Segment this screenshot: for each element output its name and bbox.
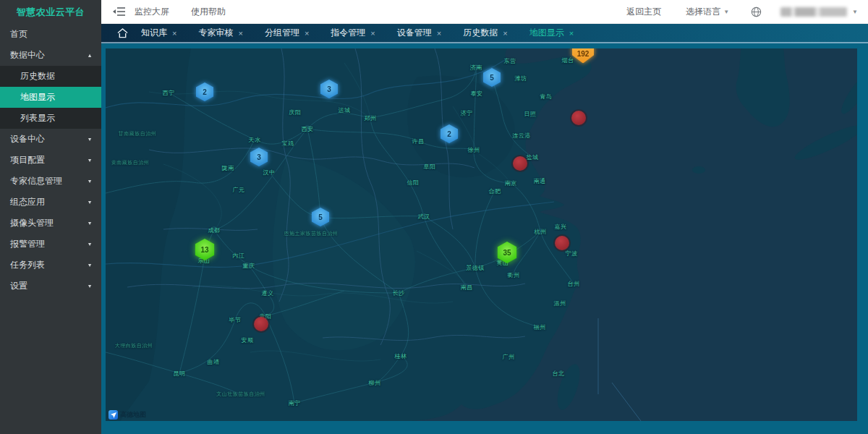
marker-cluster-blue[interactable]: 3 [250, 148, 268, 166]
chevron-down-icon: ▼ [87, 220, 92, 226]
marker-point-red[interactable] [555, 236, 569, 250]
chevron-down-icon: ▼ [87, 136, 92, 142]
header-left-menu: 监控大屏使用帮助 [135, 6, 247, 18]
tab-label: 指令管理 [331, 27, 365, 39]
marker-point-red[interactable] [571, 111, 586, 125]
map-city-label: 西宁 [163, 89, 175, 97]
chevron-down-icon: ▼ [87, 199, 92, 205]
map-city-label: 嘉兴 [555, 223, 567, 231]
sidebar-item-label: 任务列表 [10, 259, 87, 271]
map-city-label: 济南 [470, 64, 482, 72]
map-city-label: 天水 [249, 136, 261, 144]
sidebar-menu: 首页数据中心▲历史数据地图显示列表显示设备中心▼项目配置▼专家信息管理▼组态应用… [0, 24, 101, 297]
map-city-label: 内江 [233, 252, 245, 260]
map-city-label: 重庆 [243, 262, 255, 270]
tab-bar: 知识库×专家审核×分组管理×指令管理×设备管理×历史数据×地图显示× [101, 24, 868, 43]
tab[interactable]: 分组管理× [265, 27, 309, 39]
cluster-count: 35 [503, 249, 511, 257]
map-canvas[interactable]: 西宁庆阳天水宝鸡西安运城郑州许昌徐州济南泰安济宁东营潍坊烟台青岛日照连云港盐城南… [106, 48, 857, 421]
sidebar-item[interactable]: 报警管理▼ [0, 234, 101, 255]
map-city-label: 郑州 [365, 114, 377, 122]
marker-cluster-blue[interactable]: 2 [441, 124, 458, 143]
sidebar-item[interactable]: 首页 [0, 24, 101, 45]
sidebar-item[interactable]: 数据中心▲ [0, 45, 101, 66]
marker-cluster-blue[interactable]: 5 [312, 208, 329, 226]
tab-close-icon[interactable]: × [238, 29, 242, 38]
sidebar-item[interactable]: 组态应用▼ [0, 192, 101, 213]
sidebar-item[interactable]: 设置▼ [0, 276, 101, 297]
chevron-up-icon: ▲ [87, 52, 92, 58]
map-city-label: 桂林 [395, 352, 407, 360]
topbar-link[interactable]: 选择语言▼ [686, 6, 729, 18]
tab-close-icon[interactable]: × [569, 29, 574, 38]
sidebar-item[interactable]: 摄像头管理▼ [0, 213, 101, 234]
map-city-label: 杭州 [535, 228, 547, 236]
sidebar-item[interactable]: 项目配置▼ [0, 150, 101, 171]
sidebar-item[interactable]: 任务列表▼ [0, 255, 101, 276]
cluster-shape: 35 [498, 242, 517, 263]
tab[interactable]: 历史数据× [463, 27, 507, 39]
marker-cluster-orange[interactable]: 192 [572, 48, 594, 64]
marker-cluster-green[interactable]: 35 [498, 242, 517, 263]
marker-cluster-blue[interactable]: 2 [196, 82, 213, 101]
tab[interactable]: 地图显示× [529, 27, 574, 39]
sidebar: 智慧农业云平台 首页数据中心▲历史数据地图显示列表显示设备中心▼项目配置▼专家信… [0, 0, 101, 434]
map-city-label: 陇南 [222, 164, 234, 172]
sidebar-item-label: 设备中心 [10, 133, 87, 145]
app-window: 智慧农业云平台 首页数据中心▲历史数据地图显示列表显示设备中心▼项目配置▼专家信… [0, 0, 868, 434]
menu-collapse-icon[interactable] [113, 7, 126, 17]
marker-point-red[interactable] [254, 317, 268, 331]
tab[interactable]: 设备管理× [397, 27, 441, 39]
home-tab-icon[interactable] [117, 28, 128, 38]
sidebar-subitem[interactable]: 列表显示 [0, 108, 101, 129]
tab-close-icon[interactable]: × [437, 29, 441, 38]
cluster-count: 3 [257, 153, 261, 161]
map-city-label: 西安 [302, 125, 314, 133]
marker-cluster-blue[interactable]: 3 [320, 80, 338, 98]
map-city-label: 泰安 [471, 90, 483, 98]
map-city-label: 长沙 [393, 289, 405, 297]
map-city-label: 南京 [505, 179, 517, 187]
tab-label: 设备管理 [397, 27, 432, 39]
cluster-shape: 5 [312, 208, 329, 226]
red-dot [555, 236, 569, 250]
sidebar-subitem[interactable]: 地图显示 [0, 87, 101, 108]
tab[interactable]: 知识库× [141, 27, 176, 39]
topbar-link-label: 选择语言 [686, 6, 720, 18]
topbar-link[interactable]: 监控大屏 [135, 6, 169, 18]
map-page: 西宁庆阳天水宝鸡西安运城郑州许昌徐州济南泰安济宁东营潍坊烟台青岛日照连云港盐城南… [101, 43, 868, 434]
tab-close-icon[interactable]: × [370, 29, 375, 38]
chevron-down-icon: ▼ [852, 9, 858, 15]
cluster-shape: 5 [483, 68, 501, 87]
user-menu[interactable]: ▼ [780, 7, 858, 17]
tab[interactable]: 指令管理× [331, 27, 375, 39]
map-city-label: 许昌 [412, 137, 425, 145]
amap-logo-icon [109, 410, 118, 420]
map-city-label: 潍坊 [515, 75, 527, 82]
topbar-link[interactable]: 使用帮助 [191, 6, 226, 18]
marker-point-red[interactable] [513, 156, 527, 171]
tab[interactable]: 专家审核× [198, 27, 242, 39]
language-globe-icon[interactable] [751, 7, 762, 17]
map-city-label: 运城 [339, 106, 351, 114]
sidebar-item[interactable]: 设备中心▼ [0, 129, 101, 150]
map-city-label: 济宁 [461, 109, 473, 117]
sidebar-item-label: 组态应用 [10, 196, 87, 208]
tab-close-icon[interactable]: × [172, 29, 176, 38]
map-city-label: 毕节 [229, 316, 242, 324]
tab-close-icon[interactable]: × [503, 29, 507, 38]
map-city-label: 柳州 [369, 379, 381, 387]
cluster-shape: 192 [572, 48, 594, 64]
map-city-label: 黄南藏族自治州 [111, 159, 150, 166]
sidebar-subitem[interactable]: 历史数据 [0, 66, 101, 87]
chevron-down-icon: ▼ [87, 283, 92, 289]
map-city-label: 日照 [524, 110, 537, 118]
sidebar-item[interactable]: 专家信息管理▼ [0, 171, 101, 192]
tab-close-icon[interactable]: × [305, 29, 309, 38]
marker-cluster-blue[interactable]: 5 [483, 68, 501, 87]
sidebar-submenu: 历史数据地图显示列表显示 [0, 66, 101, 129]
topbar-link[interactable]: 返回主页 [626, 6, 661, 18]
sidebar-item-label: 报警管理 [10, 238, 87, 250]
chevron-down-icon: ▼ [87, 157, 92, 163]
marker-cluster-green[interactable]: 13 [195, 239, 215, 260]
